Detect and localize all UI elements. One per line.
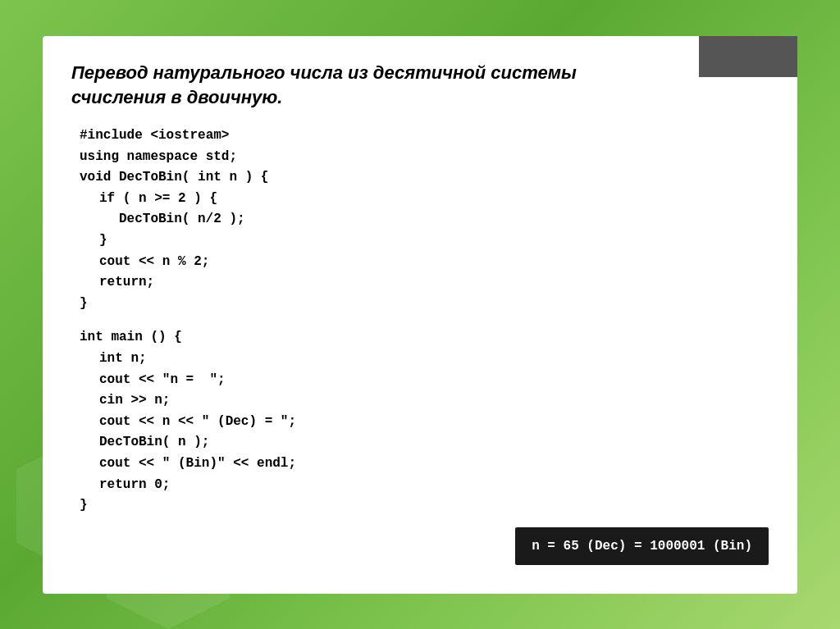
code-line-4: if ( n >= 2 ) { bbox=[80, 189, 769, 210]
code-line-11: int n; bbox=[80, 349, 769, 370]
code-line-12: cout << "n = "; bbox=[80, 370, 769, 391]
code-block: #include <iostream> using namespace std;… bbox=[71, 125, 769, 517]
slide-title: Перевод натурального числа из десятичной… bbox=[71, 61, 769, 112]
code-line-10: int main () { bbox=[80, 327, 769, 349]
code-line-16: cout << " (Bin)" << endl; bbox=[80, 454, 769, 475]
code-line-14: cout << n << " (Dec) = "; bbox=[80, 412, 769, 433]
main-card: Перевод натурального числа из десятичной… bbox=[43, 36, 797, 594]
top-right-decoration bbox=[699, 36, 797, 77]
code-line-3: void DecToBin( int n ) { bbox=[80, 167, 769, 189]
code-line-5: DecToBin( n/2 ); bbox=[80, 209, 769, 230]
output-text: n = 65 (Dec) = 1000001 (Bin) bbox=[532, 539, 752, 554]
title-line1: Перевод натурального числа из десятичной… bbox=[71, 62, 577, 83]
code-line-9: } bbox=[80, 294, 769, 315]
code-line-8: return; bbox=[80, 272, 769, 294]
code-line-17: return 0; bbox=[80, 475, 769, 496]
code-line-6: } bbox=[80, 230, 769, 252]
code-line-13: cin >> n; bbox=[80, 390, 769, 412]
code-spacer bbox=[80, 314, 769, 327]
code-line-2: using namespace std; bbox=[80, 147, 769, 168]
code-line-15: DecToBin( n ); bbox=[80, 432, 769, 454]
code-line-1: #include <iostream> bbox=[80, 125, 769, 147]
title-line2: счисления в двоичную. bbox=[71, 87, 282, 107]
code-line-18: } bbox=[80, 495, 769, 517]
code-line-7: cout << n % 2; bbox=[80, 252, 769, 273]
output-box: n = 65 (Dec) = 1000001 (Bin) bbox=[515, 527, 769, 565]
